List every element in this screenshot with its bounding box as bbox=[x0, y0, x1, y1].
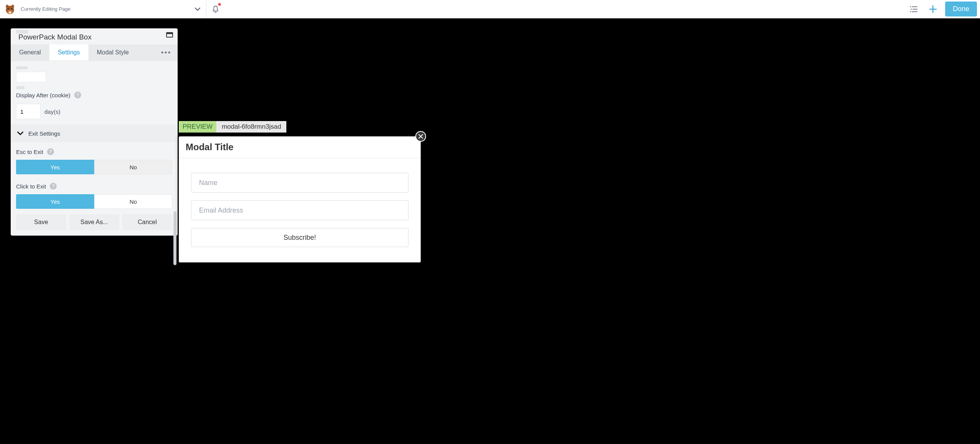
bell-icon bbox=[211, 5, 220, 13]
page-context-label: Currently Editing Page bbox=[21, 6, 70, 12]
display-after-input-row: day(s) bbox=[16, 104, 172, 119]
svg-point-7 bbox=[910, 6, 911, 7]
display-after-label: Display After (cookie) bbox=[16, 92, 70, 98]
cancel-button[interactable]: Cancel bbox=[122, 214, 172, 230]
chevron-down-icon bbox=[16, 129, 24, 138]
skeleton-bar bbox=[16, 66, 28, 69]
notifications-button[interactable] bbox=[206, 0, 225, 18]
save-as-button[interactable]: Save As... bbox=[69, 214, 119, 230]
skeleton-bar bbox=[16, 30, 28, 34]
topbar-left: Currently Editing Page bbox=[0, 0, 225, 18]
page-dropdown-toggle[interactable] bbox=[189, 0, 206, 18]
save-button[interactable]: Save bbox=[16, 214, 66, 230]
panel-body: Display After (cookie) ? day(s) Exit Set… bbox=[11, 61, 178, 209]
modal-title: Modal Title bbox=[186, 142, 414, 152]
panel-expand-button[interactable] bbox=[166, 32, 173, 39]
plus-icon bbox=[928, 4, 938, 14]
svg-point-11 bbox=[910, 11, 911, 12]
topbar: Currently Editing Page bbox=[0, 0, 980, 18]
chevron-down-icon bbox=[194, 5, 201, 13]
subscribe-button[interactable]: Subscribe! bbox=[191, 228, 408, 247]
tab-more-button[interactable] bbox=[154, 51, 178, 54]
preview-id: modal-6fo8rmn3jsad bbox=[216, 121, 286, 133]
panel-tabs: General Settings Modal Style bbox=[11, 44, 178, 61]
skeleton-bar bbox=[16, 86, 24, 89]
scrollbar-thumb[interactable] bbox=[173, 211, 176, 265]
svg-rect-4 bbox=[9, 11, 11, 13]
settings-panel: PowerPack Modal Box General Settings Mod… bbox=[11, 28, 178, 236]
click-toggle-yes[interactable]: Yes bbox=[16, 194, 94, 209]
esc-to-exit-row: Esc to Exit ? bbox=[16, 148, 172, 155]
name-input[interactable] bbox=[191, 173, 408, 193]
modal-preview: Modal Title Subscribe! bbox=[179, 136, 421, 262]
svg-point-5 bbox=[6, 5, 8, 8]
panel-header: PowerPack Modal Box bbox=[11, 28, 178, 44]
click-to-exit-label: Click to Exit bbox=[16, 183, 46, 190]
beaver-logo[interactable] bbox=[2, 2, 18, 17]
tab-settings[interactable]: Settings bbox=[49, 44, 88, 61]
preview-badge: PREVIEW bbox=[179, 121, 216, 133]
tab-general[interactable]: General bbox=[11, 44, 49, 61]
svg-point-17 bbox=[162, 52, 163, 54]
close-icon bbox=[418, 134, 423, 139]
tab-modal-style[interactable]: Modal Style bbox=[88, 44, 137, 61]
display-after-input[interactable] bbox=[16, 104, 41, 119]
svg-point-9 bbox=[911, 8, 912, 10]
done-button[interactable]: Done bbox=[945, 2, 977, 16]
panel-title: PowerPack Modal Box bbox=[17, 33, 91, 41]
esc-toggle-yes[interactable]: Yes bbox=[16, 160, 94, 174]
click-toggle-no[interactable]: No bbox=[94, 194, 172, 209]
help-icon[interactable]: ? bbox=[74, 92, 81, 98]
esc-toggle-no[interactable]: No bbox=[94, 160, 172, 174]
exit-settings-section-toggle[interactable]: Exit Settings bbox=[11, 125, 178, 142]
svg-point-18 bbox=[165, 52, 167, 54]
notification-indicator-dot bbox=[218, 3, 221, 6]
svg-rect-16 bbox=[167, 33, 173, 34]
topbar-right: Done bbox=[907, 2, 980, 16]
outline-panel-button[interactable] bbox=[907, 2, 921, 16]
click-to-exit-toggle: Yes No bbox=[16, 194, 172, 209]
exit-settings-label: Exit Settings bbox=[28, 130, 60, 137]
display-after-row: Display After (cookie) ? bbox=[16, 92, 172, 98]
panel-footer: Save Save As... Cancel bbox=[11, 209, 178, 236]
modal-close-button[interactable] bbox=[415, 131, 426, 142]
outline-icon bbox=[909, 4, 919, 14]
more-horizontal-icon bbox=[161, 51, 171, 54]
email-input[interactable] bbox=[191, 200, 408, 220]
help-icon[interactable]: ? bbox=[50, 183, 57, 190]
skeleton-field bbox=[16, 72, 46, 82]
click-to-exit-row: Click to Exit ? bbox=[16, 183, 172, 190]
display-after-unit: day(s) bbox=[44, 108, 60, 115]
svg-point-3 bbox=[11, 8, 13, 10]
modal-header: Modal Title bbox=[179, 136, 421, 158]
esc-to-exit-toggle: Yes No bbox=[16, 160, 172, 174]
svg-point-6 bbox=[11, 5, 14, 8]
svg-point-19 bbox=[168, 52, 170, 54]
window-icon bbox=[166, 32, 173, 38]
help-icon[interactable]: ? bbox=[47, 148, 54, 155]
modal-body: Subscribe! bbox=[179, 158, 421, 262]
preview-tag: PREVIEW modal-6fo8rmn3jsad bbox=[179, 121, 286, 133]
page-context-wrap: Currently Editing Page bbox=[21, 6, 70, 12]
esc-to-exit-label: Esc to Exit bbox=[16, 149, 43, 155]
svg-point-2 bbox=[8, 8, 9, 10]
add-content-button[interactable] bbox=[926, 2, 940, 16]
